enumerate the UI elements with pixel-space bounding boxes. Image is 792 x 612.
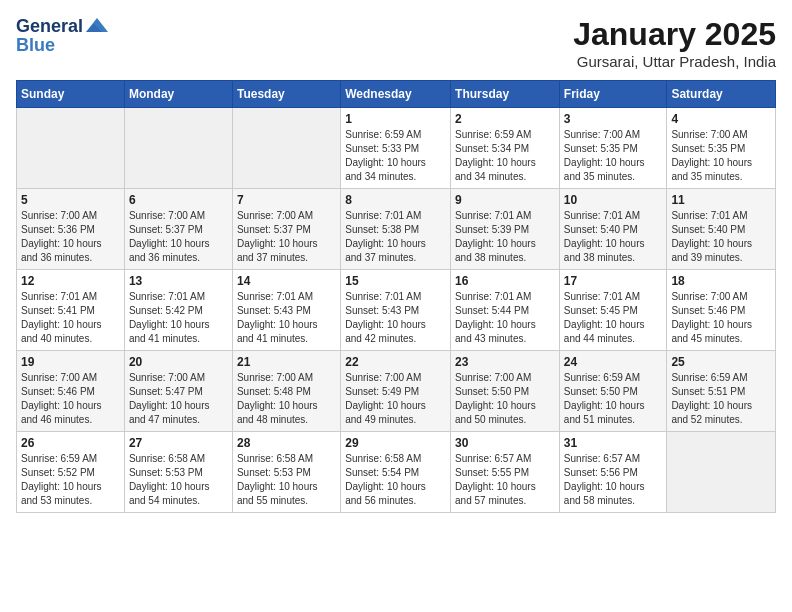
day-number: 1 [345, 112, 446, 126]
day-number: 24 [564, 355, 663, 369]
day-info: Sunrise: 7:01 AM Sunset: 5:42 PM Dayligh… [129, 290, 228, 346]
day-info: Sunrise: 6:59 AM Sunset: 5:50 PM Dayligh… [564, 371, 663, 427]
calendar-cell: 26Sunrise: 6:59 AM Sunset: 5:52 PM Dayli… [17, 432, 125, 513]
day-info: Sunrise: 6:58 AM Sunset: 5:53 PM Dayligh… [129, 452, 228, 508]
day-number: 25 [671, 355, 771, 369]
calendar-cell: 23Sunrise: 7:00 AM Sunset: 5:50 PM Dayli… [451, 351, 560, 432]
title-block: January 2025 Gursarai, Uttar Pradesh, In… [573, 16, 776, 70]
day-info: Sunrise: 7:00 AM Sunset: 5:47 PM Dayligh… [129, 371, 228, 427]
calendar-cell: 27Sunrise: 6:58 AM Sunset: 5:53 PM Dayli… [124, 432, 232, 513]
day-info: Sunrise: 7:00 AM Sunset: 5:46 PM Dayligh… [21, 371, 120, 427]
day-info: Sunrise: 7:00 AM Sunset: 5:46 PM Dayligh… [671, 290, 771, 346]
day-info: Sunrise: 7:00 AM Sunset: 5:35 PM Dayligh… [671, 128, 771, 184]
week-row-2: 5Sunrise: 7:00 AM Sunset: 5:36 PM Daylig… [17, 189, 776, 270]
day-number: 12 [21, 274, 120, 288]
day-number: 11 [671, 193, 771, 207]
day-info: Sunrise: 7:00 AM Sunset: 5:36 PM Dayligh… [21, 209, 120, 265]
logo-icon [86, 18, 108, 32]
header-tuesday: Tuesday [232, 81, 340, 108]
calendar-cell: 6Sunrise: 7:00 AM Sunset: 5:37 PM Daylig… [124, 189, 232, 270]
calendar-cell: 7Sunrise: 7:00 AM Sunset: 5:37 PM Daylig… [232, 189, 340, 270]
logo-text-blue: Blue [16, 35, 55, 56]
day-info: Sunrise: 7:01 AM Sunset: 5:45 PM Dayligh… [564, 290, 663, 346]
calendar-cell [17, 108, 125, 189]
calendar-cell: 13Sunrise: 7:01 AM Sunset: 5:42 PM Dayli… [124, 270, 232, 351]
calendar-cell: 21Sunrise: 7:00 AM Sunset: 5:48 PM Dayli… [232, 351, 340, 432]
day-number: 5 [21, 193, 120, 207]
day-info: Sunrise: 7:00 AM Sunset: 5:48 PM Dayligh… [237, 371, 336, 427]
main-title: January 2025 [573, 16, 776, 53]
day-number: 30 [455, 436, 555, 450]
calendar-cell: 17Sunrise: 7:01 AM Sunset: 5:45 PM Dayli… [559, 270, 667, 351]
day-number: 16 [455, 274, 555, 288]
subtitle: Gursarai, Uttar Pradesh, India [573, 53, 776, 70]
day-number: 3 [564, 112, 663, 126]
day-info: Sunrise: 7:01 AM Sunset: 5:43 PM Dayligh… [345, 290, 446, 346]
day-info: Sunrise: 7:01 AM Sunset: 5:40 PM Dayligh… [671, 209, 771, 265]
calendar-cell: 10Sunrise: 7:01 AM Sunset: 5:40 PM Dayli… [559, 189, 667, 270]
calendar-cell [232, 108, 340, 189]
day-info: Sunrise: 6:57 AM Sunset: 5:55 PM Dayligh… [455, 452, 555, 508]
calendar-cell: 28Sunrise: 6:58 AM Sunset: 5:53 PM Dayli… [232, 432, 340, 513]
header-friday: Friday [559, 81, 667, 108]
week-row-1: 1Sunrise: 6:59 AM Sunset: 5:33 PM Daylig… [17, 108, 776, 189]
day-number: 6 [129, 193, 228, 207]
calendar-cell: 3Sunrise: 7:00 AM Sunset: 5:35 PM Daylig… [559, 108, 667, 189]
day-number: 9 [455, 193, 555, 207]
day-number: 17 [564, 274, 663, 288]
calendar-cell: 1Sunrise: 6:59 AM Sunset: 5:33 PM Daylig… [341, 108, 451, 189]
day-number: 19 [21, 355, 120, 369]
day-number: 29 [345, 436, 446, 450]
day-number: 13 [129, 274, 228, 288]
calendar-cell: 8Sunrise: 7:01 AM Sunset: 5:38 PM Daylig… [341, 189, 451, 270]
week-row-5: 26Sunrise: 6:59 AM Sunset: 5:52 PM Dayli… [17, 432, 776, 513]
day-info: Sunrise: 6:59 AM Sunset: 5:33 PM Dayligh… [345, 128, 446, 184]
day-number: 20 [129, 355, 228, 369]
day-info: Sunrise: 7:01 AM Sunset: 5:41 PM Dayligh… [21, 290, 120, 346]
day-number: 22 [345, 355, 446, 369]
day-info: Sunrise: 7:01 AM Sunset: 5:39 PM Dayligh… [455, 209, 555, 265]
calendar-cell: 4Sunrise: 7:00 AM Sunset: 5:35 PM Daylig… [667, 108, 776, 189]
calendar-cell: 2Sunrise: 6:59 AM Sunset: 5:34 PM Daylig… [451, 108, 560, 189]
day-info: Sunrise: 7:00 AM Sunset: 5:37 PM Dayligh… [237, 209, 336, 265]
day-number: 31 [564, 436, 663, 450]
day-number: 4 [671, 112, 771, 126]
day-number: 23 [455, 355, 555, 369]
day-info: Sunrise: 6:59 AM Sunset: 5:34 PM Dayligh… [455, 128, 555, 184]
calendar-cell: 19Sunrise: 7:00 AM Sunset: 5:46 PM Dayli… [17, 351, 125, 432]
day-info: Sunrise: 6:59 AM Sunset: 5:51 PM Dayligh… [671, 371, 771, 427]
day-info: Sunrise: 7:00 AM Sunset: 5:37 PM Dayligh… [129, 209, 228, 265]
week-row-3: 12Sunrise: 7:01 AM Sunset: 5:41 PM Dayli… [17, 270, 776, 351]
day-number: 14 [237, 274, 336, 288]
header-monday: Monday [124, 81, 232, 108]
header-saturday: Saturday [667, 81, 776, 108]
day-number: 10 [564, 193, 663, 207]
day-number: 7 [237, 193, 336, 207]
day-number: 28 [237, 436, 336, 450]
calendar-cell: 14Sunrise: 7:01 AM Sunset: 5:43 PM Dayli… [232, 270, 340, 351]
header-wednesday: Wednesday [341, 81, 451, 108]
logo-text-general: General [16, 16, 83, 37]
calendar-cell: 5Sunrise: 7:00 AM Sunset: 5:36 PM Daylig… [17, 189, 125, 270]
calendar-cell: 31Sunrise: 6:57 AM Sunset: 5:56 PM Dayli… [559, 432, 667, 513]
day-info: Sunrise: 6:57 AM Sunset: 5:56 PM Dayligh… [564, 452, 663, 508]
calendar-cell: 25Sunrise: 6:59 AM Sunset: 5:51 PM Dayli… [667, 351, 776, 432]
header-thursday: Thursday [451, 81, 560, 108]
day-number: 15 [345, 274, 446, 288]
day-info: Sunrise: 7:01 AM Sunset: 5:38 PM Dayligh… [345, 209, 446, 265]
day-number: 2 [455, 112, 555, 126]
page-header: General Blue January 2025 Gursarai, Utta… [16, 16, 776, 70]
calendar-cell: 15Sunrise: 7:01 AM Sunset: 5:43 PM Dayli… [341, 270, 451, 351]
logo: General Blue [16, 16, 108, 56]
calendar-cell: 11Sunrise: 7:01 AM Sunset: 5:40 PM Dayli… [667, 189, 776, 270]
day-number: 18 [671, 274, 771, 288]
day-info: Sunrise: 7:00 AM Sunset: 5:50 PM Dayligh… [455, 371, 555, 427]
day-info: Sunrise: 7:00 AM Sunset: 5:35 PM Dayligh… [564, 128, 663, 184]
day-number: 27 [129, 436, 228, 450]
day-info: Sunrise: 7:01 AM Sunset: 5:43 PM Dayligh… [237, 290, 336, 346]
calendar-cell: 12Sunrise: 7:01 AM Sunset: 5:41 PM Dayli… [17, 270, 125, 351]
day-info: Sunrise: 6:59 AM Sunset: 5:52 PM Dayligh… [21, 452, 120, 508]
day-number: 21 [237, 355, 336, 369]
calendar-cell: 9Sunrise: 7:01 AM Sunset: 5:39 PM Daylig… [451, 189, 560, 270]
calendar-cell: 18Sunrise: 7:00 AM Sunset: 5:46 PM Dayli… [667, 270, 776, 351]
